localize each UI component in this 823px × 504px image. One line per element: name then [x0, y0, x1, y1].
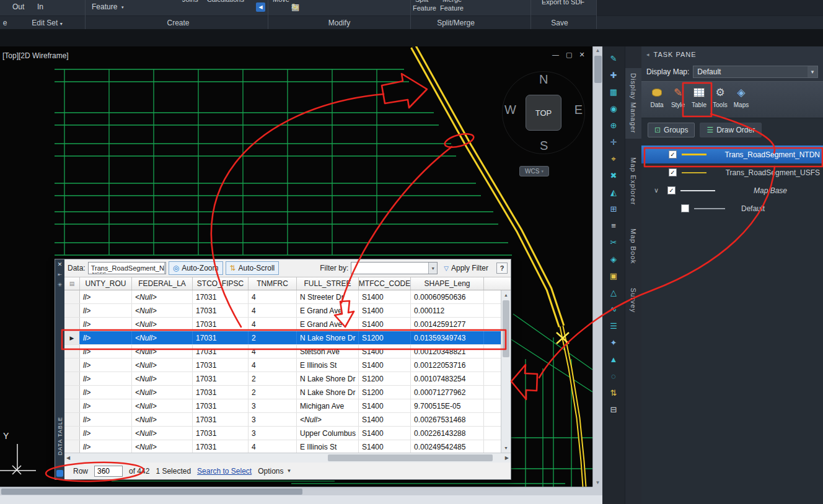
minimize-icon[interactable]: — — [552, 51, 559, 59]
table-cell[interactable]: 17031 — [193, 290, 249, 303]
table-cell[interactable]: 0.01359349743 — [411, 331, 484, 344]
draw-tool-icon[interactable]: ▲ — [610, 351, 618, 368]
new-feature-button[interactable]: Feature — [92, 2, 117, 11]
table-cell[interactable]: ll> — [80, 358, 132, 371]
wcs-badge[interactable]: WCS▾ — [519, 166, 549, 176]
table-cell[interactable]: 17031 — [193, 345, 249, 358]
draw-tool-icon[interactable]: ☰ — [610, 318, 617, 334]
table-cell[interactable]: <Null> — [132, 372, 193, 385]
table-cell[interactable]: ll> — [80, 427, 132, 440]
table-cell[interactable]: 17031 — [193, 318, 249, 331]
layer-row[interactable]: ∨✓Map Base — [641, 181, 823, 199]
table-cell[interactable]: 17031 — [193, 331, 249, 344]
row-selector[interactable] — [64, 372, 80, 385]
settings-icon[interactable]: ✳ — [58, 282, 63, 288]
table-cell[interactable]: ll> — [80, 331, 132, 344]
style-button[interactable]: ✎ Style — [667, 85, 689, 116]
draw-tool-icon[interactable]: ◈ — [610, 251, 617, 267]
scroll-down-icon[interactable]: ▼ — [501, 446, 511, 450]
side-tab-survey[interactable]: Survey — [625, 283, 641, 318]
table-cell[interactable]: S1400 — [359, 440, 411, 453]
table-cell[interactable]: E Illinois St — [297, 440, 359, 453]
table-cell[interactable]: <Null> — [132, 358, 193, 371]
table-row[interactable]: ll><Null>170313<Null>S14000.00267531468 — [64, 413, 511, 427]
side-tab-display-manager[interactable]: Display Manager — [625, 68, 641, 139]
table-cell[interactable]: S1400 — [359, 413, 411, 426]
viewport-label[interactable]: [Top][2D Wireframe] — [2, 51, 69, 60]
table-cell[interactable]: N Lake Shore Dr — [297, 386, 359, 399]
table-cell[interactable]: Upper Columbus Dr — [297, 427, 359, 440]
draw-tool-icon[interactable]: ⊞ — [610, 201, 617, 217]
split-feature-button[interactable]: Feature — [413, 4, 436, 12]
table-cell[interactable]: N Streeter Dr — [297, 290, 359, 303]
pin-icon[interactable]: ⇤ — [58, 272, 62, 277]
groups-button[interactable]: ⊡ Groups — [648, 123, 695, 137]
table-cell[interactable]: ll> — [80, 304, 132, 317]
table-cell[interactable]: 0.00107483254 — [411, 372, 484, 385]
compass-south[interactable]: S — [540, 139, 548, 153]
table-cell[interactable]: <Null> — [132, 427, 193, 440]
draw-tool-icon[interactable]: △ — [610, 284, 617, 301]
row-selector[interactable] — [64, 413, 80, 426]
scrollbar-thumb[interactable] — [503, 300, 509, 357]
scrollbar-thumb[interactable] — [594, 56, 602, 83]
table-cell[interactable]: 0.00060950636 — [411, 290, 484, 303]
maps-button[interactable]: ◈ Maps — [731, 85, 752, 116]
table-cell[interactable]: <Null> — [132, 413, 193, 426]
table-cell[interactable]: S1400 — [359, 358, 411, 371]
options-menu-button[interactable]: Options▼ — [258, 467, 291, 476]
row-selector[interactable] — [64, 427, 80, 440]
table-cell[interactable]: 17031 — [193, 372, 249, 385]
table-cell[interactable]: 17031 — [193, 399, 249, 412]
grid-horizontal-scrollbar[interactable]: ◀ ▶ — [64, 453, 511, 463]
table-cell[interactable]: N Lake Shore Dr — [297, 331, 359, 344]
row-selector[interactable] — [64, 318, 80, 331]
column-header[interactable]: TNMFRC — [249, 277, 297, 290]
data-button[interactable]: Data — [646, 85, 667, 116]
compass-west[interactable]: W — [504, 103, 516, 117]
ribbon-group-edit-set[interactable]: Edit Set ▾ — [25, 19, 69, 27]
table-cell[interactable]: ll> — [80, 413, 132, 426]
row-selector[interactable] — [64, 304, 80, 317]
column-header[interactable]: UNTY_ROU — [80, 277, 132, 290]
back-arrow-icon[interactable]: ◀ — [256, 2, 265, 12]
row-selector[interactable] — [64, 290, 80, 303]
draw-tool-icon[interactable]: ◭ — [610, 184, 617, 201]
table-cell[interactable]: 4 — [249, 358, 297, 371]
scroll-down-icon[interactable]: ▼ — [593, 480, 602, 485]
drawing-vertical-scrollbar[interactable]: ▲ ▼ — [592, 46, 602, 487]
display-map-dropdown[interactable]: Default ▼ — [693, 66, 818, 78]
table-cell[interactable]: ll> — [80, 440, 132, 453]
row-selector[interactable] — [64, 358, 80, 371]
draw-tool-icon[interactable]: ∿ — [610, 301, 617, 318]
draw-tool-icon[interactable]: ⌖ — [611, 150, 615, 167]
table-row[interactable]: ll><Null>170314E Illinois StS14000.00249… — [64, 440, 511, 453]
table-cell[interactable]: 9.700515E-05 — [411, 399, 484, 412]
table-cell[interactable]: Michigan Ave — [297, 399, 359, 412]
scrollbar-thumb[interactable] — [328, 454, 493, 461]
table-cell[interactable]: 0.00122053716 — [411, 358, 484, 371]
layer-checkbox[interactable]: ✓ — [669, 168, 677, 176]
layer-row[interactable]: Default — [641, 199, 823, 217]
help-button[interactable]: ? — [496, 263, 508, 274]
table-cell[interactable]: 17031 — [193, 440, 249, 453]
view-compass[interactable]: N W E S TOP — [504, 74, 583, 152]
new-feature-caret-icon[interactable]: ▾ — [121, 5, 124, 10]
table-row[interactable]: ll><Null>170314Stetson AveS14000.0012034… — [64, 345, 511, 358]
scrollbar-thumb[interactable] — [1, 489, 302, 495]
merge-feature-button[interactable]: Feature — [440, 4, 464, 12]
grid-vertical-scrollbar[interactable]: ▲ ▼ — [501, 290, 511, 453]
table-cell[interactable]: S1200 — [359, 331, 411, 344]
row-selector[interactable] — [64, 386, 80, 399]
table-cell[interactable]: S1400 — [359, 318, 411, 331]
table-cell[interactable]: 3 — [249, 427, 297, 440]
check-out-button[interactable]: Out — [12, 2, 24, 11]
layer-row[interactable]: ✓Trans_RoadSegment_NTDN — [641, 146, 823, 163]
draw-tool-icon[interactable]: ✦ — [610, 334, 617, 351]
drawing-horizontal-scrollbar[interactable] — [0, 487, 592, 495]
draw-tool-icon[interactable]: ≡ — [611, 217, 616, 234]
table-cell[interactable]: 4 — [249, 318, 297, 331]
table-cell[interactable]: 2 — [249, 386, 297, 399]
table-cell[interactable]: 4 — [249, 440, 297, 453]
table-button[interactable]: Table — [689, 85, 710, 116]
